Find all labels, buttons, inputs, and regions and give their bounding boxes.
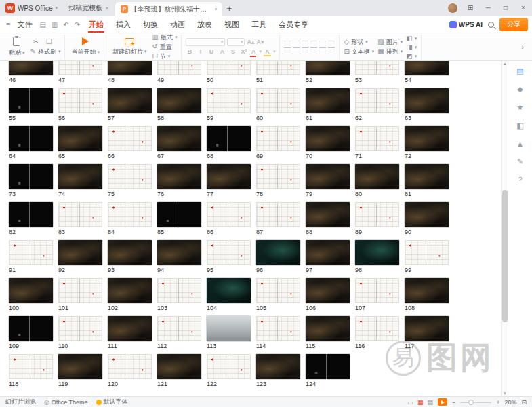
font-button-I[interactable]: I <box>197 47 204 56</box>
font-button-S[interactable]: S <box>229 47 237 56</box>
textbox-button[interactable]: ⊡ 文本框 ▾ <box>344 47 374 56</box>
slide-thumbnail[interactable] <box>207 316 251 341</box>
decrease-indent-icon[interactable] <box>302 41 308 46</box>
slide-thumbnail[interactable] <box>306 202 350 227</box>
slide-thumbnail[interactable] <box>157 316 201 341</box>
search-icon[interactable] <box>488 22 494 28</box>
design-ideas-icon[interactable]: ◆ <box>517 85 523 94</box>
slide-thumbnail[interactable] <box>108 88 152 113</box>
font-button-B[interactable]: B <box>186 47 193 56</box>
slide-thumbnail[interactable] <box>58 126 102 151</box>
play-from-current-button[interactable]: 当前开始▾ <box>69 37 102 56</box>
normal-view-icon[interactable]: ▭ <box>407 399 413 406</box>
font-button-U[interactable]: U <box>207 47 215 56</box>
slide-thumbnail[interactable] <box>405 126 449 151</box>
slide-thumbnail[interactable] <box>58 164 102 189</box>
menu-item-插入[interactable]: 插入 <box>110 16 137 33</box>
maximize-button[interactable]: □ <box>497 0 514 16</box>
fit-window-icon[interactable]: ⊡ <box>521 399 527 406</box>
slide-thumbnail[interactable] <box>306 316 350 341</box>
format-painter-button[interactable]: ✎ 格式刷 ▾ <box>30 47 61 56</box>
line-spacing-icon[interactable] <box>319 41 326 46</box>
reading-view-icon[interactable]: ▤ <box>427 399 433 406</box>
slide-thumbnail[interactable] <box>355 61 399 75</box>
new-tab-button[interactable]: + <box>222 0 236 16</box>
align-left-icon[interactable] <box>284 47 291 53</box>
slide-thumbnail[interactable] <box>256 61 300 75</box>
slide-thumbnail[interactable] <box>355 240 399 265</box>
slide-thumbnail[interactable] <box>306 240 350 265</box>
font-button-X²[interactable]: X² <box>240 47 247 56</box>
slide-thumbnail[interactable] <box>306 126 350 151</box>
slide-thumbnail[interactable] <box>108 164 152 189</box>
menu-item-动画[interactable]: 动画 <box>164 16 191 33</box>
text-direction-icon[interactable] <box>328 47 335 53</box>
vertical-scrollbar[interactable]: ▴ ▾ <box>501 61 508 396</box>
avatar[interactable] <box>448 3 457 13</box>
font-family-select[interactable]: ▾ <box>186 38 225 46</box>
slide-thumbnail[interactable] <box>355 88 399 113</box>
increase-font-icon[interactable]: A▴ <box>247 38 254 46</box>
close-button[interactable]: × <box>514 0 532 16</box>
slide-thumbnail[interactable] <box>108 240 152 265</box>
slide-thumbnail[interactable] <box>157 61 201 75</box>
slide-thumbnail[interactable] <box>306 61 350 75</box>
slideshow-play-button[interactable] <box>438 398 447 406</box>
document-tab-active[interactable]: P 【李预班】杭州l朱福士公寓公 ▾ <box>115 2 223 16</box>
slide-thumbnail[interactable] <box>157 278 201 303</box>
slide-thumbnail[interactable] <box>405 88 449 113</box>
slide-thumbnail[interactable] <box>207 61 251 75</box>
slide-thumbnail[interactable] <box>207 354 251 379</box>
slide-thumbnail[interactable] <box>9 278 53 303</box>
slide-thumbnail[interactable] <box>405 240 449 265</box>
justify-icon[interactable] <box>310 47 317 53</box>
apps-grid-icon[interactable]: ⊞ <box>462 0 479 16</box>
slide-thumbnail[interactable] <box>256 240 300 265</box>
bullet-list-icon[interactable] <box>284 41 291 46</box>
slide-thumbnail[interactable] <box>256 88 300 113</box>
animation-pane-icon[interactable]: ★ <box>517 103 524 112</box>
slide-thumbnail[interactable] <box>256 126 300 151</box>
slide-thumbnail[interactable] <box>108 61 152 75</box>
menu-item-放映[interactable]: 放映 <box>191 16 218 33</box>
slide-thumbnail[interactable] <box>207 88 251 113</box>
slide-thumbnail[interactable] <box>9 61 53 75</box>
notes-panel-icon[interactable]: ✎ <box>517 157 523 166</box>
slide-thumbnail[interactable] <box>157 240 201 265</box>
slide-thumbnail[interactable] <box>9 240 53 265</box>
scroll-up-icon[interactable]: ▴ <box>502 61 508 66</box>
slide-thumbnail[interactable] <box>256 354 300 379</box>
increase-indent-icon[interactable] <box>310 41 317 46</box>
slide-thumbnail[interactable] <box>207 126 251 151</box>
cut-icon[interactable]: ✂ <box>30 38 41 46</box>
zoom-in-button[interactable]: + <box>496 399 499 406</box>
slide-thumbnail[interactable] <box>157 164 201 189</box>
zoom-out-button[interactable]: − <box>452 399 455 406</box>
shape-effects-button[interactable]: ◩▾ <box>406 52 417 60</box>
picture-button[interactable]: ▨ 图片 ▾ <box>377 38 403 46</box>
slide-thumbnail[interactable] <box>405 61 449 75</box>
slide-thumbnail[interactable] <box>207 164 251 189</box>
decrease-font-icon[interactable]: A▾ <box>256 38 264 46</box>
zoom-slider[interactable] <box>460 402 491 403</box>
section-button[interactable]: ⊟ 节 ▾ <box>152 52 177 60</box>
help-icon[interactable]: ? <box>518 176 522 184</box>
slide-thumbnail[interactable] <box>9 126 53 151</box>
slide-thumbnail[interactable] <box>9 316 53 341</box>
properties-icon[interactable]: ▤ <box>516 66 523 75</box>
menu-item-切换[interactable]: 切换 <box>137 16 164 33</box>
fill-color-button[interactable]: ◧▾ <box>406 35 417 42</box>
slide-thumbnail[interactable] <box>108 278 152 303</box>
slide-thumbnail[interactable] <box>108 316 152 341</box>
slide-thumbnail[interactable] <box>256 278 300 303</box>
close-icon[interactable]: × <box>105 5 109 12</box>
text-columns-icon[interactable] <box>328 41 335 46</box>
slide-thumbnail[interactable] <box>256 164 300 189</box>
slide-sorter-canvas[interactable]: 4647484950515253545556575859606162636465… <box>0 61 501 396</box>
zoom-slider-thumb[interactable] <box>468 400 474 405</box>
slide-thumbnail[interactable] <box>306 164 350 189</box>
document-tab[interactable]: 找稿宽模板 × <box>63 0 115 16</box>
highlight-color-icon[interactable]: A <box>264 47 271 56</box>
slide-thumbnail[interactable] <box>58 202 102 227</box>
menu-item-开始[interactable]: 开始 <box>83 16 110 33</box>
